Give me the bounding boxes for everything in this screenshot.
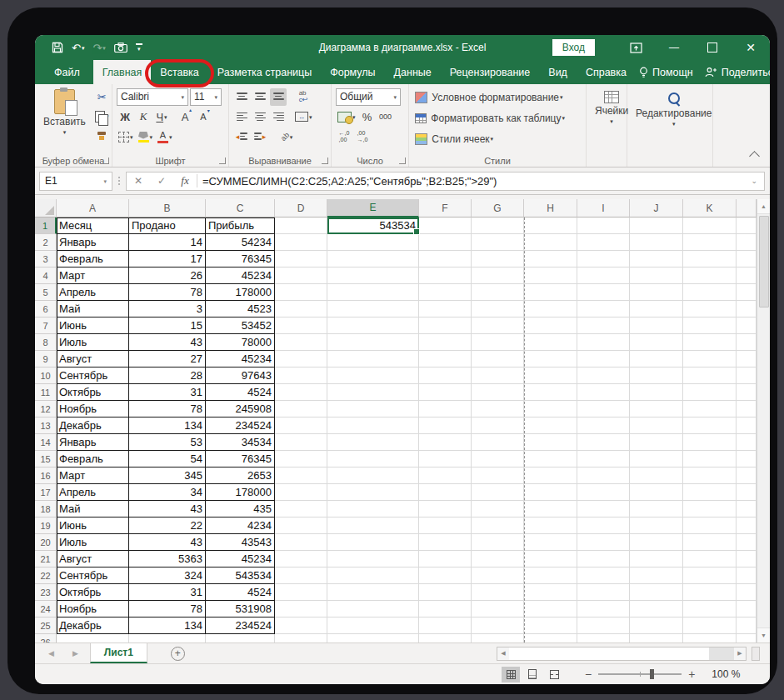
cell-D7[interactable] [275, 318, 327, 334]
cell-B8[interactable]: 43 [129, 334, 206, 351]
cell-I20[interactable] [577, 534, 630, 551]
cell-E26[interactable] [327, 634, 419, 642]
cell-J17[interactable] [630, 484, 683, 501]
cell-F4[interactable] [419, 268, 472, 284]
cell-J22[interactable] [630, 568, 683, 584]
minimize-button[interactable]: — [655, 35, 693, 60]
column-header-C[interactable]: C [206, 199, 275, 218]
cell-A22[interactable]: Сентябрь [57, 568, 129, 584]
cell-H22[interactable] [524, 568, 577, 584]
cell-styles-button[interactable]: Стили ячеек▾ [413, 130, 495, 148]
cell-G20[interactable] [472, 534, 524, 551]
tab-data[interactable]: Данные [385, 60, 441, 84]
scroll-right-icon[interactable]: ▶ [734, 648, 746, 660]
cell-J24[interactable] [630, 601, 683, 618]
cell-A21[interactable]: Август [57, 551, 129, 568]
cell-filler-22[interactable] [737, 568, 757, 584]
merge-center-button[interactable]: ↔▾ [293, 108, 314, 126]
cell-E5[interactable] [327, 284, 419, 301]
cell-D19[interactable] [275, 518, 327, 534]
scroll-left-icon[interactable]: ◀ [497, 648, 509, 660]
prev-sheet-icon[interactable]: ◀ [48, 649, 54, 658]
comma-style-button[interactable]: 000 [377, 108, 394, 126]
cell-H13[interactable] [524, 418, 577, 434]
number-format-combo[interactable]: Общий▾ [336, 88, 401, 106]
row-header-8[interactable]: 8 [35, 334, 57, 351]
cell-H15[interactable] [524, 451, 577, 468]
cell-C4[interactable]: 45234 [206, 268, 275, 284]
cell-D16[interactable] [275, 468, 327, 484]
row-header-14[interactable]: 14 [35, 434, 57, 451]
cell-G11[interactable] [472, 384, 524, 401]
cell-K20[interactable] [683, 534, 737, 551]
row-header-17[interactable]: 17 [35, 484, 57, 501]
decrease-font-button[interactable]: A▾ [197, 108, 213, 126]
cancel-button[interactable]: ✕ [127, 175, 150, 187]
font-size-combo[interactable]: 11▾ [190, 88, 222, 106]
cell-G6[interactable] [472, 301, 524, 318]
share-item[interactable]: Поделиться [702, 67, 770, 78]
cell-J15[interactable] [630, 451, 683, 468]
cell-D3[interactable] [275, 251, 327, 268]
cell-I21[interactable] [577, 551, 630, 568]
cell-K18[interactable] [683, 501, 737, 518]
cell-F19[interactable] [419, 518, 472, 534]
font-name-combo[interactable]: Calibri▾ [117, 88, 188, 106]
cell-K23[interactable] [683, 584, 737, 601]
cell-filler-16[interactable] [737, 468, 757, 484]
bold-button[interactable]: Ж [117, 108, 133, 126]
cell-F23[interactable] [419, 584, 472, 601]
cell-B18[interactable]: 43 [129, 501, 206, 518]
scroll-down-icon[interactable]: ▼ [757, 628, 771, 642]
cell-E3[interactable] [327, 251, 419, 268]
cell-F15[interactable] [419, 451, 472, 468]
cell-K25[interactable] [683, 618, 737, 634]
cell-D4[interactable] [275, 268, 327, 284]
row-header-9[interactable]: 9 [35, 351, 57, 368]
row-header-24[interactable]: 24 [35, 601, 57, 618]
cell-A7[interactable]: Июнь [57, 318, 129, 334]
cell-A15[interactable]: Февраль [57, 451, 129, 468]
increase-decimal-button[interactable]: ←,0 ,00 [336, 128, 352, 146]
cell-D10[interactable] [275, 368, 327, 384]
cell-G13[interactable] [472, 418, 524, 434]
cell-A24[interactable]: Ноябрь [57, 601, 129, 618]
cell-filler-10[interactable] [737, 368, 757, 384]
row-header-22[interactable]: 22 [35, 568, 57, 584]
undo-button[interactable]: ↶▾ [72, 42, 84, 53]
cell-J9[interactable] [630, 351, 683, 368]
cell-G14[interactable] [472, 434, 524, 451]
cell-D1[interactable] [275, 218, 327, 234]
column-header-G[interactable]: G [472, 199, 524, 218]
conditional-formatting-button[interactable]: Условное форматирование▾ [413, 88, 565, 106]
cell-F16[interactable] [419, 468, 472, 484]
cell-I22[interactable] [577, 568, 630, 584]
cell-A3[interactable]: Февраль [57, 251, 129, 268]
cell-B4[interactable]: 26 [129, 268, 206, 284]
cell-F21[interactable] [419, 551, 472, 568]
cell-H17[interactable] [524, 484, 577, 501]
fill-color-button[interactable]: ▾ [137, 128, 155, 146]
cells-button[interactable]: Ячейки ▾ [591, 88, 632, 127]
cell-filler-1[interactable] [737, 218, 757, 234]
cell-E11[interactable] [327, 384, 419, 401]
cell-F3[interactable] [419, 251, 472, 268]
cell-B15[interactable]: 54 [129, 451, 206, 468]
cell-B22[interactable]: 324 [129, 568, 206, 584]
cell-G12[interactable] [472, 401, 524, 418]
cell-G3[interactable] [472, 251, 524, 268]
cell-E19[interactable] [327, 518, 419, 534]
wrap-text-button[interactable]: abc↩ [295, 88, 312, 106]
cell-filler-13[interactable] [737, 418, 757, 434]
align-bottom-button[interactable] [270, 88, 287, 106]
cell-F12[interactable] [419, 401, 472, 418]
cell-C24[interactable]: 531908 [206, 601, 275, 618]
cell-K14[interactable] [683, 434, 737, 451]
cell-F8[interactable] [419, 334, 472, 351]
paste-button[interactable]: Вставить ▾ [39, 87, 90, 144]
cell-G17[interactable] [472, 484, 524, 501]
cell-B1[interactable]: Продано [129, 218, 206, 234]
cell-G10[interactable] [472, 368, 524, 384]
cell-A20[interactable]: Июль [57, 534, 129, 551]
cell-B24[interactable]: 78 [129, 601, 206, 618]
